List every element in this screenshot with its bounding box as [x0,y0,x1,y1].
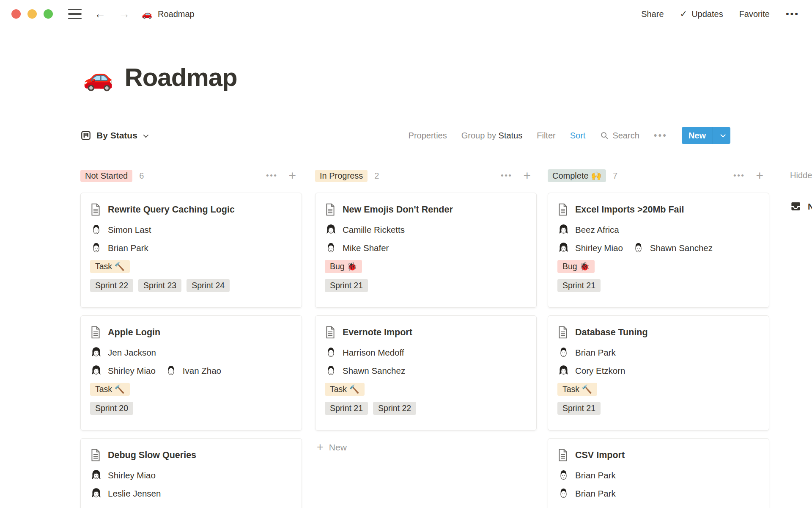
person-name: Simon Last [108,225,151,235]
group-by-button[interactable]: Group by Status [461,131,523,141]
person-name: Mike Shafer [343,243,389,253]
view-name: By Status [96,130,137,141]
column-header: Not Started6•••+ [80,168,302,184]
favorite-button[interactable]: Favorite [739,9,770,19]
person-row: Brian Park [557,487,760,500]
card-title: Apple Login [108,327,160,338]
card-title: Excel Imports >20Mb Fail [575,204,684,215]
column-add-icon[interactable]: + [756,169,763,182]
avatar [90,487,102,500]
person-name: Harrison Medoff [343,348,404,358]
hidden-column-row[interactable]: N [790,201,812,212]
search-icon [600,131,609,140]
column-header: Complete 🙌7•••+ [548,168,769,184]
page-header: 🚗 Roadmap [83,63,237,92]
task-tag: Task 🔨 [557,383,597,396]
avatar [90,224,102,236]
properties-button[interactable]: Properties [409,131,447,141]
view-selector[interactable]: By Status [80,130,147,141]
sprint-tag: Sprint 23 [138,279,181,292]
person-row: Mike Shafer [325,242,527,254]
hidden-column-label: N [808,202,812,212]
column-more-icon[interactable]: ••• [733,171,745,180]
person-row: Shawn Sanchez [325,364,527,377]
window-titlebar: ← → 🚗 Roadmap Share ✓ Updates Favorite •… [0,0,812,28]
avatar [90,364,102,377]
add-card-label: New [329,442,347,453]
sprint-tag: Sprint 24 [187,279,230,292]
more-menu-icon[interactable]: ••• [786,8,799,19]
person-name: Shawn Sanchez [650,243,713,253]
board-card[interactable]: Apple LoginJen JacksonShirley MiaoIvan Z… [80,315,302,431]
toolbar-more-icon[interactable]: ••• [654,130,667,141]
page-icon [325,203,336,216]
card-title: CSV Import [575,450,625,461]
sprint-tag: Sprint 22 [90,279,133,292]
new-button[interactable]: New [682,127,730,144]
column-add-icon[interactable]: + [288,169,296,182]
close-window-button[interactable] [11,9,21,19]
board-card[interactable]: Database TuningBrian ParkCory EtzkornTas… [548,315,769,431]
person-name: Camille Ricketts [343,225,405,235]
traffic-lights [11,9,53,19]
person-name: Jen Jackson [108,348,156,358]
plus-icon: + [317,442,324,453]
toolbar-divider [80,153,812,153]
person-name: Beez Africa [575,225,619,235]
column-count: 7 [613,171,617,181]
search-button[interactable]: Search [600,131,639,141]
board-view-icon [80,130,91,141]
person-row: Shirley Miao [90,469,292,481]
task-tag: Task 🔨 [325,383,365,396]
column-add-icon[interactable]: + [523,169,531,182]
minimize-window-button[interactable] [27,9,37,19]
page-title: Roadmap [124,63,237,92]
avatar [165,364,177,377]
hidden-columns-header: Hidden columns [790,168,812,180]
person-name: Brian Park [108,243,148,253]
board-card[interactable]: New Emojis Don't RenderCamille RickettsM… [315,193,537,308]
add-card-button[interactable]: +New [315,442,537,453]
board-card[interactable]: Evernote ImportHarrison MedoffShawn Sanc… [315,315,537,431]
avatar [632,242,645,254]
person-name: Shawn Sanchez [343,366,405,376]
column-more-icon[interactable]: ••• [266,171,277,180]
hidden-columns-section: Hidden columns N [790,168,812,212]
avatar [90,242,102,254]
forward-arrow-icon[interactable]: → [118,8,130,20]
board-column: Complete 🙌7•••+Excel Imports >20Mb FailB… [548,168,769,508]
avatar [557,346,570,359]
column-more-icon[interactable]: ••• [501,171,512,180]
sidebar-toggle-icon[interactable] [68,9,82,19]
new-button-dropdown[interactable] [713,127,730,144]
board-card[interactable]: Debug Slow QueriesShirley MiaoLeslie Jen… [80,438,302,508]
column-status-badge[interactable]: Not Started [80,170,132,182]
sort-button[interactable]: Sort [570,131,586,141]
board-column: Not Started6•••+Rewrite Query Caching Lo… [80,168,302,508]
avatar [325,346,337,359]
person-name: Brian Park [575,489,616,499]
page-icon [557,203,568,216]
page-icon [557,449,568,461]
avatar [90,346,102,359]
sprint-tag: Sprint 20 [90,402,133,415]
column-status-badge[interactable]: In Progress [315,170,368,182]
sprint-tag: Sprint 21 [325,279,368,292]
column-status-badge[interactable]: Complete 🙌 [548,169,606,182]
updates-button[interactable]: ✓ Updates [680,9,723,19]
avatar [325,242,337,254]
person-name: Brian Park [575,348,616,358]
share-button[interactable]: Share [641,9,664,19]
breadcrumb[interactable]: 🚗 Roadmap [142,9,195,19]
board-card[interactable]: CSV ImportBrian ParkBrian Park [548,438,769,508]
board-card[interactable]: Excel Imports >20Mb FailBeez AfricaShirl… [548,193,769,308]
board-card[interactable]: Rewrite Query Caching LogicSimon LastBri… [80,193,302,308]
person-name: Shirley Miao [108,470,156,480]
back-arrow-icon[interactable]: ← [94,8,106,20]
zoom-window-button[interactable] [44,9,53,19]
filter-button[interactable]: Filter [537,131,555,141]
avatar [90,469,102,481]
person-row: Leslie Jensen [90,487,292,500]
new-button-label[interactable]: New [682,127,713,144]
avatar [557,469,570,481]
